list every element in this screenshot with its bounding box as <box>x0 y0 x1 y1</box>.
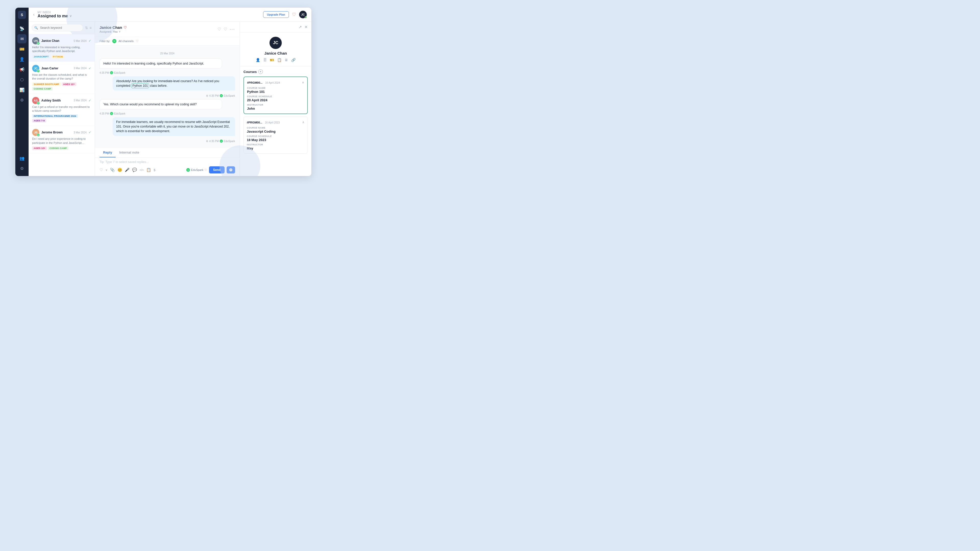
nav-campaigns[interactable]: 📢 <box>18 65 27 74</box>
dollar-icon[interactable]: $ <box>154 168 156 172</box>
nav-contacts[interactable]: 👤 <box>18 55 27 64</box>
send-button[interactable]: Send <box>209 166 224 173</box>
mic-icon[interactable]: 🎤 <box>125 168 130 172</box>
contact-monitor-icon[interactable]: 🖥 <box>285 58 288 62</box>
external-link-icon[interactable]: ↗ <box>299 25 302 29</box>
assigned-to-me-title: Assigned to me <box>38 14 68 18</box>
user-avatar[interactable]: JC <box>299 11 307 18</box>
courses-section: Courses + #PRGM00... 16 April 2024 ∧ COU <box>240 66 311 176</box>
dropdown-icon[interactable]: ∨ <box>69 14 72 18</box>
heart-tool-icon[interactable]: ♡ <box>100 168 103 172</box>
sort-icon[interactable]: ⇅ <box>85 26 88 30</box>
internal-note-tab[interactable]: Internal note <box>116 148 143 157</box>
chat-header: Janice Chan ♡ Assigned: You ∨ ♡ ♡ ··· <box>95 22 240 37</box>
message-time: 4:35 PM <box>209 94 219 97</box>
eduspark-dot: W <box>186 168 190 171</box>
course-schedule-value: 18 May 2023 <box>247 138 304 142</box>
course-schedule-label: COURSE SCHEDULE <box>247 95 304 98</box>
app-logo: S <box>18 11 26 19</box>
filter-heart-icon[interactable]: ♡ <box>136 39 138 43</box>
incoming-message: Hello! I'm interested in learning coding… <box>100 59 222 68</box>
my-inbox-label: MY INBOX <box>38 11 260 14</box>
contact-name-display: Janice Chan <box>264 51 287 56</box>
reply-box: Tip: Type '/' to select saved replies...… <box>95 158 240 176</box>
contact-ticket-icon[interactable]: 🎫 <box>270 58 274 62</box>
heart-icon[interactable]: ♡ <box>218 27 221 32</box>
assigned-to: You <box>113 30 118 33</box>
course-name-label: COURSE NAME <box>247 127 304 129</box>
message-time: 4:35 PM <box>100 71 109 74</box>
course-name-value: Python 101 <box>247 90 304 94</box>
conversation-preview: Do I need any prior experience in coding… <box>32 137 91 145</box>
conversation-item[interactable]: JB W Jerome Brown 3 Mar 2024 ✓ Do I need… <box>29 126 95 153</box>
read-checkmark: ✓ <box>89 67 91 70</box>
instructor-value: John <box>247 106 304 110</box>
conversation-item[interactable]: UN W Janice Chan 5 Mar 2024 ✓ Hello! I'm… <box>29 34 95 62</box>
bookmark-icon[interactable]: ♡ <box>224 27 227 32</box>
add-course-button[interactable]: + <box>258 69 263 74</box>
channel-dot: W <box>110 112 113 115</box>
clipboard-icon[interactable]: 📋 <box>146 168 151 172</box>
favorite-heart-icon[interactable]: ♡ <box>124 25 127 30</box>
contact-database-icon[interactable]: 🗄 <box>263 58 267 62</box>
schedule-send-button[interactable]: 🕐 <box>227 166 235 173</box>
back-button[interactable]: ‹ <box>33 12 35 17</box>
course-card-active: #PRGM00... 16 April 2024 ∧ COURSE NAME P… <box>243 76 308 114</box>
instructor-label: INSTRUCTOR <box>247 143 304 146</box>
message-item: Absolutely! Are you looking for immediat… <box>100 76 235 97</box>
contact-link-icon[interactable]: 🔗 <box>291 58 296 62</box>
chevron-tool-icon[interactable]: ∨ <box>105 168 107 171</box>
icon-rail: S 📡 ✉ 🎫 👤 📢 ⬡ 📊 ⚙ 👥 ⚙ <box>15 8 29 176</box>
message-time: 4:35 PM <box>209 140 219 143</box>
collapse-icon[interactable]: ∧ <box>302 81 304 84</box>
channel-badge: W <box>37 102 40 105</box>
gear-icon: ⚙ <box>206 140 208 143</box>
online-indicator <box>305 16 307 18</box>
favorite-icon[interactable]: ♡ <box>292 12 296 17</box>
main-header: ‹ MY INBOX Assigned to me ∨ Upgrade Plan… <box>29 8 311 22</box>
filter-bar: Filter by: W All channels ♡ <box>95 37 240 45</box>
code-icon[interactable]: </> <box>140 168 144 171</box>
contact-person-icon[interactable]: 👤 <box>256 58 260 62</box>
course-card-inactive: #PRGM00... 16 April 2023 ∧ COURSE NAME J… <box>243 117 308 154</box>
course-schedule-label: COURSE SCHEDULE <box>247 135 304 138</box>
close-panel-icon[interactable]: ✕ <box>304 25 308 29</box>
eduspark-selector[interactable]: W EduSpark ♡ <box>186 168 207 171</box>
search-input[interactable] <box>32 24 83 32</box>
conversation-item[interactable]: AS W Ashley Smith 3 Mar 2024 ✓ Can I get… <box>29 94 95 126</box>
upgrade-plan-button[interactable]: Upgrade Plan <box>263 11 289 18</box>
read-checkmark: ✓ <box>89 130 91 134</box>
nav-settings[interactable]: ⚙ <box>18 164 27 173</box>
assigned-chevron-icon[interactable]: ∨ <box>119 30 121 33</box>
right-panel: ↗ ✕ JC Janice Chan 👤 🗄 🎫 📋 🖥 🔗 <box>240 22 311 176</box>
nav-reports[interactable]: 📊 <box>18 85 27 94</box>
nav-tickets[interactable]: 🎫 <box>18 44 27 54</box>
tag-ages12: AGES 12+ <box>32 146 47 150</box>
message-time: 4:35 PM <box>100 112 109 115</box>
nav-integrations[interactable]: ⚙ <box>18 95 27 105</box>
reply-tab[interactable]: Reply <box>100 148 116 157</box>
nav-add-user[interactable]: 👥 <box>18 154 27 163</box>
contact-clipboard-icon[interactable]: 📋 <box>277 58 282 62</box>
tag-ages12: AGES 12+ <box>62 83 76 86</box>
channel-name: EduSpark <box>114 112 125 115</box>
filter-icon[interactable]: ≡ <box>89 26 92 30</box>
conversation-item[interactable]: JC W Joan Carter 3 Mar 2024 ✓ How are th… <box>29 62 95 94</box>
nav-workflows[interactable]: ⬡ <box>18 75 27 84</box>
attach-icon[interactable]: 📎 <box>110 168 115 172</box>
chat-icon[interactable]: 💬 <box>132 168 137 172</box>
search-bar: 🔍 ⇅ ≡ <box>29 22 95 34</box>
read-checkmark: ✓ <box>89 99 91 102</box>
conversation-preview: How are the classes scheduled, and what … <box>32 73 91 81</box>
avatar: JB W <box>32 129 39 136</box>
channel-name: EduSpark <box>224 94 235 97</box>
nav-broadcast[interactable]: 📡 <box>18 24 27 33</box>
collapse-icon[interactable]: ∧ <box>302 121 304 124</box>
avatar: AS W <box>32 97 39 104</box>
send-label: Send <box>213 168 221 171</box>
more-options-icon[interactable]: ··· <box>230 27 235 32</box>
contact-name: Jerome Brown <box>41 130 72 134</box>
course-name-label: COURSE NAME <box>247 87 304 89</box>
nav-inbox[interactable]: ✉ <box>18 34 27 43</box>
emoji-icon[interactable]: 😊 <box>118 168 122 172</box>
